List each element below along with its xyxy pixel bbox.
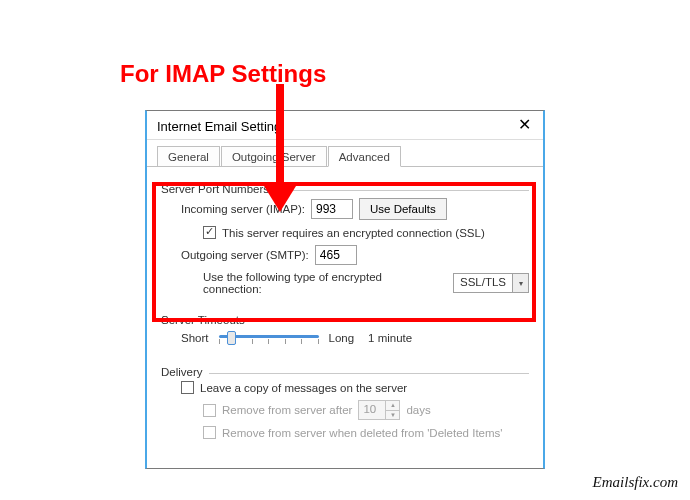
leave-copy-checkbox[interactable] <box>181 381 194 394</box>
group-server-timeouts: Server Timeouts Short Long 1 minute <box>157 306 533 354</box>
leave-copy-label: Leave a copy of messages on the server <box>200 382 407 394</box>
group-label-server-ports: Server Port Numbers <box>161 183 271 195</box>
ssl-required-checkbox[interactable] <box>203 226 216 239</box>
dialog-title: Internet Email Setting <box>157 119 281 134</box>
watermark: Emailsfix.com <box>593 474 678 491</box>
group-label-timeouts: Server Timeouts <box>161 314 247 326</box>
annotation-title: For IMAP Settings <box>120 60 326 88</box>
incoming-port-input[interactable] <box>311 199 353 219</box>
timeout-slider[interactable] <box>219 329 319 347</box>
spinner-arrows-icon: ▲▼ <box>385 401 399 419</box>
chevron-down-icon: ▾ <box>512 274 528 292</box>
encryption-type-label: Use the following type of encrypted conn… <box>203 271 441 295</box>
remove-after-days-spinner[interactable]: 10 ▲▼ <box>358 400 400 420</box>
remove-after-label: Remove from server after <box>222 404 352 416</box>
remove-when-deleted-checkbox[interactable] <box>203 426 216 439</box>
outgoing-server-label: Outgoing server (SMTP): <box>181 249 309 261</box>
tab-advanced[interactable]: Advanced <box>328 146 401 167</box>
encryption-type-select[interactable]: SSL/TLS ▾ <box>453 273 529 293</box>
tab-outgoing-server[interactable]: Outgoing Server <box>221 146 327 167</box>
remove-after-checkbox[interactable] <box>203 404 216 417</box>
remove-when-deleted-label: Remove from server when deleted from 'De… <box>222 427 503 439</box>
use-defaults-button[interactable]: Use Defaults <box>359 198 447 220</box>
outgoing-port-input[interactable] <box>315 245 357 265</box>
close-button[interactable]: ✕ <box>515 117 533 135</box>
timeout-value-label: 1 minute <box>368 332 412 344</box>
remove-after-unit: days <box>406 404 430 416</box>
tab-strip: General Outgoing Server Advanced <box>147 140 543 167</box>
remove-after-days-value: 10 <box>359 401 385 419</box>
group-server-port-numbers: Server Port Numbers Incoming server (IMA… <box>157 175 533 302</box>
group-label-delivery: Delivery <box>161 366 205 378</box>
timeout-long-label: Long <box>329 332 355 344</box>
incoming-server-label: Incoming server (IMAP): <box>181 203 305 215</box>
dialog-titlebar: Internet Email Setting ✕ <box>147 111 543 140</box>
timeout-short-label: Short <box>181 332 209 344</box>
tab-general[interactable]: General <box>157 146 220 167</box>
dialog-internet-email-settings: Internet Email Setting ✕ General Outgoin… <box>145 110 545 469</box>
group-delivery: Delivery Leave a copy of messages on the… <box>157 358 533 446</box>
encryption-type-value: SSL/TLS <box>454 274 512 292</box>
ssl-required-label: This server requires an encrypted connec… <box>222 227 485 239</box>
